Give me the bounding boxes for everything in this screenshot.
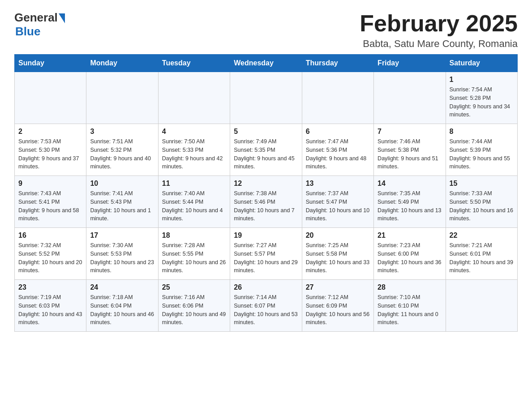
day-info: Sunrise: 7:10 AMSunset: 6:10 PMDaylight:… [378,293,442,327]
calendar-cell: 17Sunrise: 7:30 AMSunset: 5:53 PMDayligh… [86,228,158,280]
day-number: 20 [306,231,370,240]
day-info: Sunrise: 7:28 AMSunset: 5:55 PMDaylight:… [162,241,226,275]
day-info: Sunrise: 7:49 AMSunset: 5:35 PMDaylight:… [234,137,298,171]
calendar-cell: 7Sunrise: 7:46 AMSunset: 5:38 PMDaylight… [374,124,446,176]
calendar-cell: 4Sunrise: 7:50 AMSunset: 5:33 PMDaylight… [158,124,230,176]
day-number: 12 [234,180,298,188]
day-info: Sunrise: 7:40 AMSunset: 5:44 PMDaylight:… [162,189,226,223]
calendar-cell [86,72,158,124]
calendar-cell [230,72,302,124]
day-number: 4 [162,128,226,136]
day-info: Sunrise: 7:35 AMSunset: 5:49 PMDaylight:… [378,189,442,223]
day-info: Sunrise: 7:14 AMSunset: 6:07 PMDaylight:… [234,293,298,327]
day-header-friday: Friday [374,55,446,72]
day-number: 9 [18,180,82,188]
month-title: February 2025 [360,11,518,36]
day-info: Sunrise: 7:54 AMSunset: 5:28 PMDaylight:… [450,86,514,119]
calendar-header-row: SundayMondayTuesdayWednesdayThursdayFrid… [15,55,518,72]
calendar-cell [158,72,230,124]
day-info: Sunrise: 7:50 AMSunset: 5:33 PMDaylight:… [162,137,226,171]
day-info: Sunrise: 7:51 AMSunset: 5:32 PMDaylight:… [90,137,154,171]
location-title: Babta, Satu Mare County, Romania [360,38,518,50]
calendar-cell: 15Sunrise: 7:33 AMSunset: 5:50 PMDayligh… [446,176,517,228]
day-header-sunday: Sunday [15,55,86,72]
page-header: General Blue February 2025 Babta, Satu M… [14,11,518,50]
day-number: 8 [450,128,514,136]
calendar-week-row: 9Sunrise: 7:43 AMSunset: 5:41 PMDaylight… [15,176,518,228]
day-number: 13 [306,180,370,188]
calendar-cell: 21Sunrise: 7:23 AMSunset: 6:00 PMDayligh… [374,228,446,280]
calendar-cell: 24Sunrise: 7:18 AMSunset: 6:04 PMDayligh… [86,280,158,332]
day-header-tuesday: Tuesday [158,55,230,72]
calendar-cell: 1Sunrise: 7:54 AMSunset: 5:28 PMDaylight… [446,72,517,124]
day-number: 14 [378,180,442,188]
day-number: 27 [306,283,370,291]
day-info: Sunrise: 7:30 AMSunset: 5:53 PMDaylight:… [90,241,154,275]
day-info: Sunrise: 7:32 AMSunset: 5:52 PMDaylight:… [18,241,82,275]
calendar-cell: 11Sunrise: 7:40 AMSunset: 5:44 PMDayligh… [158,176,230,228]
day-number: 25 [162,283,226,291]
calendar-week-row: 2Sunrise: 7:53 AMSunset: 5:30 PMDaylight… [15,124,518,176]
calendar-cell: 8Sunrise: 7:44 AMSunset: 5:39 PMDaylight… [446,124,517,176]
calendar-cell [15,72,86,124]
day-info: Sunrise: 7:27 AMSunset: 5:57 PMDaylight:… [234,241,298,275]
day-number: 6 [306,128,370,136]
day-number: 11 [162,180,226,188]
day-number: 21 [378,231,442,240]
day-number: 15 [450,180,514,188]
day-info: Sunrise: 7:19 AMSunset: 6:03 PMDaylight:… [18,293,82,327]
day-number: 17 [90,231,154,240]
calendar-cell: 6Sunrise: 7:47 AMSunset: 5:36 PMDaylight… [302,124,373,176]
day-info: Sunrise: 7:18 AMSunset: 6:04 PMDaylight:… [90,293,154,327]
day-info: Sunrise: 7:12 AMSunset: 6:09 PMDaylight:… [306,293,370,327]
calendar-table: SundayMondayTuesdayWednesdayThursdayFrid… [14,54,518,332]
calendar-cell: 14Sunrise: 7:35 AMSunset: 5:49 PMDayligh… [374,176,446,228]
day-header-wednesday: Wednesday [230,55,302,72]
title-block: February 2025 Babta, Satu Mare County, R… [360,11,518,50]
day-info: Sunrise: 7:25 AMSunset: 5:58 PMDaylight:… [306,241,370,275]
calendar-cell: 28Sunrise: 7:10 AMSunset: 6:10 PMDayligh… [374,280,446,332]
day-number: 5 [234,128,298,136]
day-info: Sunrise: 7:33 AMSunset: 5:50 PMDaylight:… [450,189,514,223]
day-number: 2 [18,128,82,136]
day-header-monday: Monday [86,55,158,72]
day-number: 1 [450,76,514,84]
logo-blue-text: Blue [15,25,40,39]
day-number: 19 [234,231,298,240]
day-number: 26 [234,283,298,291]
day-number: 18 [162,231,226,240]
calendar-cell: 23Sunrise: 7:19 AMSunset: 6:03 PMDayligh… [15,280,86,332]
day-info: Sunrise: 7:46 AMSunset: 5:38 PMDaylight:… [378,137,442,171]
calendar-cell: 5Sunrise: 7:49 AMSunset: 5:35 PMDaylight… [230,124,302,176]
calendar-cell: 20Sunrise: 7:25 AMSunset: 5:58 PMDayligh… [302,228,373,280]
logo-general-text: General [14,11,58,25]
day-info: Sunrise: 7:37 AMSunset: 5:47 PMDaylight:… [306,189,370,223]
calendar-cell: 19Sunrise: 7:27 AMSunset: 5:57 PMDayligh… [230,228,302,280]
calendar-cell: 12Sunrise: 7:38 AMSunset: 5:46 PMDayligh… [230,176,302,228]
day-header-saturday: Saturday [446,55,517,72]
calendar-cell: 9Sunrise: 7:43 AMSunset: 5:41 PMDaylight… [15,176,86,228]
day-info: Sunrise: 7:21 AMSunset: 6:01 PMDaylight:… [450,241,514,275]
day-info: Sunrise: 7:38 AMSunset: 5:46 PMDaylight:… [234,189,298,223]
day-info: Sunrise: 7:44 AMSunset: 5:39 PMDaylight:… [450,137,514,171]
calendar-cell [374,72,446,124]
calendar-cell: 13Sunrise: 7:37 AMSunset: 5:47 PMDayligh… [302,176,373,228]
day-number: 7 [378,128,442,136]
day-number: 24 [90,283,154,291]
day-info: Sunrise: 7:16 AMSunset: 6:06 PMDaylight:… [162,293,226,327]
day-info: Sunrise: 7:47 AMSunset: 5:36 PMDaylight:… [306,137,370,171]
calendar-week-row: 16Sunrise: 7:32 AMSunset: 5:52 PMDayligh… [15,228,518,280]
calendar-cell: 25Sunrise: 7:16 AMSunset: 6:06 PMDayligh… [158,280,230,332]
calendar-cell: 2Sunrise: 7:53 AMSunset: 5:30 PMDaylight… [15,124,86,176]
day-number: 10 [90,180,154,188]
day-number: 23 [18,283,82,291]
day-number: 22 [450,231,514,240]
day-number: 28 [378,283,442,291]
calendar-cell: 10Sunrise: 7:41 AMSunset: 5:43 PMDayligh… [86,176,158,228]
calendar-week-row: 1Sunrise: 7:54 AMSunset: 5:28 PMDaylight… [15,72,518,124]
day-header-thursday: Thursday [302,55,373,72]
calendar-cell [446,280,517,332]
day-info: Sunrise: 7:53 AMSunset: 5:30 PMDaylight:… [18,137,82,171]
calendar-week-row: 23Sunrise: 7:19 AMSunset: 6:03 PMDayligh… [15,280,518,332]
calendar-cell: 3Sunrise: 7:51 AMSunset: 5:32 PMDaylight… [86,124,158,176]
